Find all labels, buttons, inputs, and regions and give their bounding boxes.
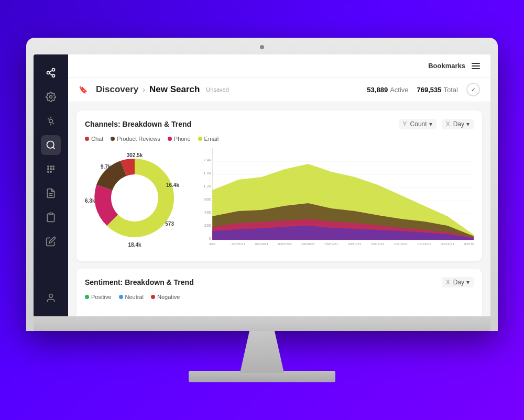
- svg-point-18: [53, 169, 54, 170]
- sidebar: [34, 54, 68, 316]
- x-axis-value: Day: [453, 120, 464, 128]
- legend-product-reviews: Product Reviews: [111, 136, 160, 142]
- svg-text:03/08/21: 03/08/21: [301, 242, 315, 246]
- content-area: Channels: Breakdown & Trend Y Count ▾ X …: [68, 102, 490, 316]
- legend-email-label: Email: [204, 136, 219, 142]
- sidebar-item-document[interactable]: [41, 183, 61, 203]
- sidebar-item-grid[interactable]: [41, 159, 61, 179]
- header-stats: 53,889Active 769,535Total ✓: [367, 83, 480, 96]
- sentiment-chart-controls: X Day ▾: [442, 277, 474, 288]
- legend-chat-label: Chat: [91, 136, 103, 142]
- y-axis-label: Y: [403, 120, 407, 128]
- legend-product-reviews-label: Product Reviews: [117, 136, 160, 142]
- hamburger-icon[interactable]: [472, 63, 480, 69]
- svg-text:1.2k: 1.2k: [203, 184, 211, 189]
- area-chart: 0 200 400 800 1.2k 1.8k 2.4k 4/21 03: [195, 148, 474, 253]
- legend-positive-label: Positive: [91, 294, 112, 300]
- sidebar-item-clipboard[interactable]: [41, 207, 61, 227]
- legend-negative: Negative: [151, 294, 180, 300]
- svg-point-16: [48, 169, 49, 170]
- unsaved-badge: Unsaved: [206, 86, 228, 93]
- svg-point-1: [47, 72, 50, 74]
- donut-label-topleft: 9.7k: [101, 164, 111, 170]
- donut-label-right: 16.4k: [166, 182, 179, 188]
- legend-chat: Chat: [85, 136, 103, 142]
- total-count: 769,535: [417, 86, 442, 94]
- donut-label-bottomright: 573: [165, 221, 174, 227]
- svg-point-15: [53, 166, 54, 168]
- sentiment-card-header: Sentiment: Breakdown & Trend X Day ▾: [85, 277, 474, 288]
- svg-text:03/05/21: 03/05/21: [232, 242, 245, 246]
- options-button[interactable]: ✓: [466, 83, 480, 96]
- sentiment-x-value: Day: [453, 279, 464, 286]
- svg-line-4: [49, 70, 52, 72]
- svg-text:4/21: 4/21: [209, 242, 216, 246]
- channels-card-title: Channels: Breakdown & Trend: [85, 120, 191, 128]
- channels-chart-area: 302.5k 9.7k 16.4k 573 18.4k 6.3k: [85, 148, 474, 253]
- sidebar-item-profile[interactable]: [41, 288, 61, 308]
- svg-rect-23: [49, 213, 53, 215]
- channels-card-header: Channels: Breakdown & Trend Y Count ▾ X …: [85, 119, 474, 129]
- svg-text:03/11/21: 03/11/21: [371, 242, 385, 246]
- svg-point-24: [49, 294, 53, 298]
- sidebar-item-share[interactable]: [41, 63, 61, 83]
- donut-label-left: 6.3k: [85, 198, 95, 204]
- sentiment-x-axis-selector[interactable]: X Day ▾: [442, 277, 474, 288]
- sentiment-card-title: Sentiment: Breakdown & Trend: [85, 278, 194, 286]
- svg-line-8: [48, 118, 49, 119]
- svg-text:03/06/21: 03/06/21: [255, 242, 269, 246]
- topbar: Bookmarks: [68, 54, 490, 78]
- svg-point-11: [47, 141, 54, 148]
- legend-phone-label: Phone: [174, 136, 191, 142]
- legend-phone: Phone: [168, 136, 191, 142]
- donut-label-top: 302.5k: [127, 152, 143, 158]
- monitor-camera: [260, 45, 264, 49]
- breadcrumb: 🔖 Discovery › New Search Unsaved: [79, 84, 367, 95]
- svg-point-25: [111, 174, 158, 222]
- chart-controls: Y Count ▾ X Day ▾: [399, 119, 474, 129]
- bookmark-icon[interactable]: 🔖: [79, 85, 88, 94]
- sidebar-item-settings[interactable]: [41, 87, 61, 107]
- svg-point-10: [49, 119, 53, 123]
- x-chevron-icon: ▾: [466, 120, 470, 128]
- sentiment-card: Sentiment: Breakdown & Trend X Day ▾: [77, 269, 482, 316]
- active-count: 53,889: [367, 86, 388, 94]
- sidebar-item-insights[interactable]: [41, 111, 61, 131]
- bookmarks-label: Bookmarks: [428, 62, 465, 70]
- main-content: Bookmarks 🔖 Discovery › New Search Unsav…: [68, 54, 490, 316]
- svg-point-0: [52, 69, 55, 71]
- svg-text:03/13/21: 03/13/21: [418, 242, 431, 246]
- svg-text:03/14/21: 03/14/21: [441, 242, 454, 246]
- sidebar-item-search[interactable]: [41, 135, 61, 155]
- svg-text:200: 200: [204, 223, 211, 228]
- donut-chart: 302.5k 9.7k 16.4k 573 18.4k 6.3k: [85, 148, 184, 253]
- sentiment-chart-content: 3.81 3.70: [85, 306, 474, 316]
- svg-text:1.8k: 1.8k: [203, 171, 211, 175]
- svg-text:400: 400: [204, 210, 211, 215]
- y-chevron-icon: ▾: [429, 120, 432, 128]
- svg-text:03/10/21: 03/10/21: [348, 242, 362, 246]
- svg-text:03/07/21: 03/07/21: [278, 242, 292, 246]
- y-axis-selector[interactable]: Y Count ▾: [399, 119, 436, 129]
- svg-point-13: [48, 166, 49, 168]
- donut-label-bottom: 18.4k: [128, 242, 141, 248]
- legend-positive: Positive: [85, 294, 112, 300]
- monitor-chin: [34, 316, 490, 331]
- x-axis-selector[interactable]: X Day ▾: [442, 119, 474, 129]
- monitor-stand: [231, 331, 293, 373]
- svg-point-5: [50, 96, 52, 98]
- active-label: Active: [390, 86, 408, 94]
- sentiment-legend: Positive Neutral Negative: [85, 294, 474, 300]
- page-header: 🔖 Discovery › New Search Unsaved 53,889A…: [68, 78, 490, 102]
- svg-text:800: 800: [204, 197, 211, 202]
- breadcrumb-current: New Search: [149, 84, 200, 95]
- sidebar-item-edit[interactable]: [41, 231, 61, 251]
- breadcrumb-separator: ›: [143, 85, 145, 94]
- svg-text:03/15/21: 03/15/21: [464, 242, 474, 246]
- breadcrumb-parent: Discovery: [96, 84, 138, 95]
- x-axis-label: X: [446, 120, 450, 128]
- svg-text:03/12/21: 03/12/21: [395, 242, 408, 246]
- channels-legend: Chat Product Reviews Phone: [85, 136, 474, 142]
- svg-text:0: 0: [209, 236, 211, 241]
- svg-line-9: [53, 123, 54, 124]
